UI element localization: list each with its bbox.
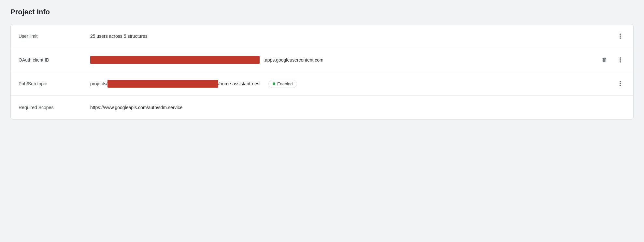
pubsub-redacted-bar — [107, 80, 218, 88]
oauth-suffix: .apps.googleusercontent.com — [264, 57, 323, 63]
oauth-client-id-actions: 🗑 — [599, 55, 625, 65]
pubsub-topic-value: projects/ /home-assistant-nest Enabled — [90, 80, 610, 88]
pubsub-topic-row: Pub/Sub topic projects/ /home-assistant-… — [11, 72, 633, 96]
oauth-delete-button[interactable]: 🗑 — [599, 55, 610, 65]
pubsub-prefix: projects/ — [90, 81, 107, 86]
oauth-more-button[interactable] — [615, 55, 625, 65]
project-info-card: User limit 25 users across 5 structures … — [10, 24, 634, 120]
page-title: Project Info — [10, 8, 634, 16]
delete-icon: 🗑 — [602, 57, 608, 64]
pubsub-topic-label: Pub/Sub topic — [19, 81, 90, 86]
more-icon — [620, 57, 621, 63]
oauth-redacted-bar — [90, 56, 260, 64]
more-icon — [620, 34, 621, 39]
user-limit-value: 25 users across 5 structures — [90, 34, 610, 39]
user-limit-label: User limit — [19, 34, 90, 39]
oauth-client-id-value: .apps.googleusercontent.com — [90, 56, 594, 64]
user-limit-text: 25 users across 5 structures — [90, 34, 148, 39]
enabled-dot — [273, 82, 275, 85]
pubsub-more-button[interactable] — [615, 78, 625, 89]
enabled-badge: Enabled — [268, 80, 297, 88]
scope-url-text: https://www.googleapis.com/auth/sdm.serv… — [90, 105, 182, 110]
enabled-badge-text: Enabled — [277, 81, 293, 86]
required-scopes-row: Required Scopes https://www.googleapis.c… — [11, 96, 633, 119]
required-scopes-value: https://www.googleapis.com/auth/sdm.serv… — [90, 105, 625, 110]
oauth-client-id-label: OAuth client ID — [19, 57, 90, 63]
pubsub-text: projects/ /home-assistant-nest — [90, 80, 261, 88]
pubsub-suffix: /home-assistant-nest — [218, 81, 261, 86]
pubsub-topic-actions — [615, 78, 625, 89]
oauth-client-id-row: OAuth client ID .apps.googleusercontent.… — [11, 48, 633, 72]
user-limit-more-button[interactable] — [615, 31, 625, 41]
user-limit-actions — [615, 31, 625, 41]
required-scopes-label: Required Scopes — [19, 105, 90, 110]
more-icon — [620, 81, 621, 86]
user-limit-row: User limit 25 users across 5 structures — [11, 24, 633, 48]
